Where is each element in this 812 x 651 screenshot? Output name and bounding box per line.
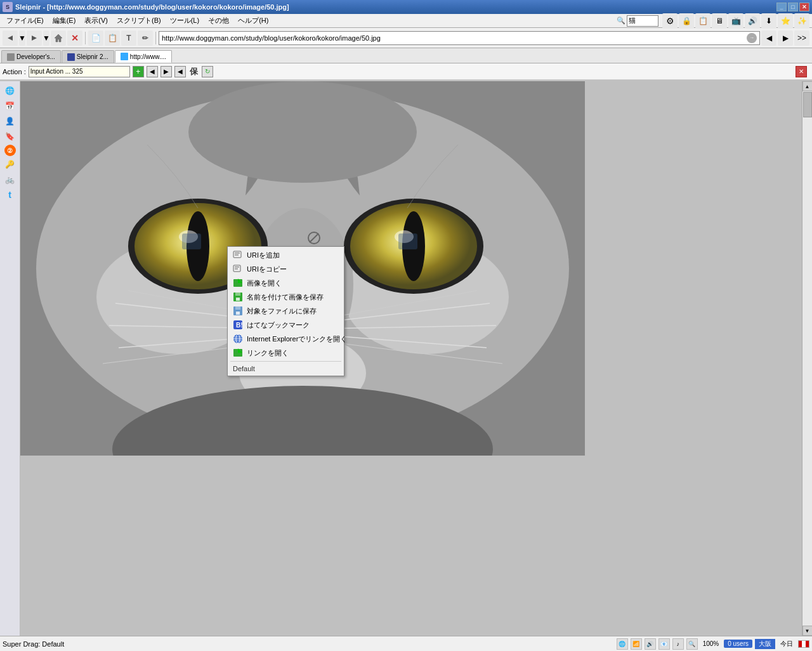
status-icon-2[interactable]: 📶 [631, 638, 642, 650]
svg-marker-0 [8, 36, 13, 41]
status-icon-6[interactable]: 🔍 [686, 638, 698, 650]
menu-search-input[interactable] [627, 15, 658, 27]
ctx-uri-add[interactable]: URIを追加 [228, 248, 344, 262]
sidebar-icon-user[interactable]: 👤 [3, 114, 17, 128]
context-menu: URIを追加 URIをコピー 画像を開く 名前を付け [227, 246, 344, 376]
minimize-button[interactable]: _ [776, 3, 787, 11]
tab-2[interactable]: http://www.... [115, 50, 172, 63]
home-button[interactable] [51, 30, 66, 46]
sidebar-icon-2[interactable]: ② [4, 145, 16, 156]
tab-0[interactable]: Developer's... [1, 50, 61, 63]
menu-tools[interactable]: ツール(L) [166, 15, 203, 27]
action-left-button[interactable]: ◀ [147, 66, 158, 77]
toolbar-icon-6[interactable]: 🔊 [745, 13, 760, 29]
toolbar-icon-8[interactable]: ⭐ [778, 13, 793, 29]
menu-script[interactable]: スクリプト(B) [113, 15, 165, 27]
app-icon: S [3, 2, 13, 12]
status-icon-4[interactable]: 📧 [658, 638, 670, 650]
toolbar: ▼ ▼ ✕ 📄 📋 T ✏ → ◀ ▶ >> [0, 28, 812, 48]
sidebar-icon-bike[interactable]: 🚲 [3, 173, 17, 187]
ctx-uri-copy-label: URIをコピー [247, 265, 287, 274]
sidebar-icon-key[interactable]: 🔑 [3, 157, 17, 171]
ctx-open-link[interactable]: リンクを開く [228, 346, 344, 360]
ctx-open-image-icon [233, 278, 243, 288]
action-refresh-button[interactable]: ↻ [202, 66, 213, 77]
action-extra1-button[interactable]: ◀ [174, 66, 186, 77]
ctx-default-label: Default [228, 363, 344, 374]
tabs-bar: Developer's... Sleipnir 2... http://www.… [0, 48, 812, 63]
window-controls: _ □ ✕ [776, 3, 809, 11]
toolbar-icon-2[interactable]: 🔒 [679, 13, 694, 29]
menu-edit[interactable]: 編集(E) [49, 15, 80, 27]
ctx-save-file-label: 対象をファイルに保存 [247, 306, 317, 316]
status-icon-5[interactable]: ♪ [672, 638, 684, 650]
action-close-button[interactable]: ✕ [796, 66, 807, 77]
maximize-button[interactable]: □ [788, 3, 798, 11]
toolbar-icon-3[interactable]: 📋 [695, 13, 710, 29]
ctx-hatena[interactable]: B! はてなブックマーク [228, 318, 344, 332]
scroll-down-button[interactable]: ▼ [802, 626, 813, 636]
toolbar-icon-1[interactable]: ⚙ [662, 13, 678, 29]
tab-1-label: Sleipnir 2... [77, 53, 108, 60]
toolbar-icon-9[interactable]: ✨ [794, 13, 809, 29]
tab-2-favicon [121, 53, 128, 60]
action-input[interactable] [29, 66, 130, 77]
ctx-uri-add-icon [233, 250, 243, 260]
back-button[interactable] [3, 30, 18, 46]
forward-dropdown[interactable]: ▼ [43, 30, 49, 46]
address-go-button[interactable]: → [747, 33, 757, 43]
status-users-badge[interactable]: 0 users [724, 640, 752, 648]
scroll-track[interactable] [802, 91, 812, 626]
menu-view[interactable]: 表示(V) [81, 15, 112, 27]
menu-bar: ファイル(E) 編集(E) 表示(V) スクリプト(B) ツール(L) その他 … [0, 14, 812, 28]
nav-next[interactable]: ▶ [778, 30, 793, 46]
ctx-save-image[interactable]: 名前を付けて画像を保存 [228, 290, 344, 304]
sidebar-icon-twitter[interactable]: t [3, 188, 17, 202]
no-drop-symbol [308, 232, 320, 244]
close-button[interactable]: ✕ [799, 3, 809, 11]
forward-button[interactable] [27, 30, 42, 46]
action-label: Action : [3, 68, 26, 76]
status-icon-3[interactable]: 🔊 [645, 638, 656, 650]
ctx-ie-open[interactable]: Internet Explorerでリンクを開く [228, 332, 344, 346]
ctx-uri-add-label: URIを追加 [247, 251, 280, 260]
ctx-open-link-icon [233, 348, 243, 358]
ctx-open-image-label: 画像を開く [247, 279, 282, 288]
ctx-uri-copy[interactable]: URIをコピー [228, 262, 344, 276]
back-dropdown[interactable]: ▼ [19, 30, 25, 46]
edit-icon[interactable]: ✏ [138, 30, 153, 46]
sidebar-icon-calendar[interactable]: 📅 [3, 99, 17, 113]
menu-other[interactable]: その他 [204, 15, 233, 27]
nav-prev[interactable]: ◀ [761, 30, 776, 46]
sidebar-icon-bookmark[interactable]: 🔖 [3, 129, 17, 143]
svg-rect-18 [398, 233, 417, 249]
ctx-hatena-label: はてなブックマーク [247, 320, 310, 330]
scroll-thumb[interactable] [803, 92, 812, 117]
menu-help[interactable]: ヘルプ(H) [234, 15, 272, 27]
ctx-save-file[interactable]: 対象をファイルに保存 [228, 304, 344, 318]
address-bar[interactable] [162, 32, 747, 44]
tab-1[interactable]: Sleipnir 2... [62, 50, 114, 63]
text-icon[interactable]: T [121, 30, 136, 46]
tab-1-favicon [67, 53, 75, 61]
svg-marker-1 [32, 36, 37, 41]
scroll-up-button[interactable]: ▲ [802, 81, 813, 91]
toolbar-icon-5[interactable]: 📺 [728, 13, 743, 29]
sidebar-icon-globe[interactable]: 🌐 [3, 84, 17, 98]
menu-file[interactable]: ファイル(E) [3, 15, 48, 27]
toolbar-icon-7[interactable]: ⬇ [761, 13, 776, 29]
ctx-open-image[interactable]: 画像を開く [228, 276, 344, 290]
page-icon-2[interactable]: 📋 [105, 30, 120, 46]
page-icon-1[interactable]: 📄 [88, 30, 103, 46]
action-add-button[interactable]: + [133, 66, 144, 77]
status-icon-1[interactable]: 🌐 [617, 638, 628, 650]
action-right-button[interactable]: ▶ [160, 66, 172, 77]
action-bar: Action : + ◀ ▶ ◀ 保 ↻ ✕ [0, 63, 812, 80]
ctx-uri-copy-icon [233, 264, 243, 274]
toolbar-icon-4[interactable]: 🖥 [712, 13, 727, 29]
status-location-badge: 大阪 [755, 639, 775, 649]
stop-button[interactable]: ✕ [67, 30, 82, 46]
svg-rect-45 [236, 312, 240, 315]
svg-rect-37 [235, 268, 238, 270]
nav-extra[interactable]: >> [794, 30, 809, 46]
